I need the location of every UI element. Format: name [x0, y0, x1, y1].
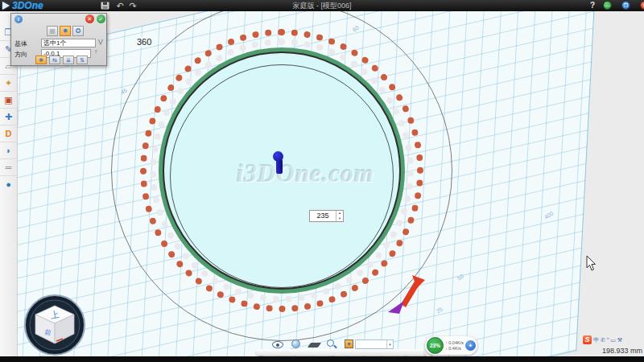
base-field[interactable]: 选中1个 [41, 39, 96, 47]
dialog-confirm-icon[interactable]: ✓ [97, 14, 105, 23]
watermark: i3DOne.com [237, 159, 374, 188]
measure-icon[interactable]: ═ [0, 159, 17, 176]
help-button[interactable]: ? [588, 0, 597, 11]
upload-arrow-icon: ↑ [445, 340, 448, 345]
taskbar-edge [0, 356, 644, 362]
ime-toolbox-icon[interactable]: ⚒ [617, 335, 622, 344]
download-arrow-icon: ↓ [445, 346, 448, 351]
logo-text: 3DOne [12, 0, 43, 11]
material-icon[interactable]: ● [0, 176, 17, 193]
revolve-dialog: i ✕ ✓ ▦ ✹ ✪ 基体 选中1个 ⋁ 方向 -0,0,1 ↑ ❋ ⇆ ⇊ … [10, 13, 107, 66]
deform-icon[interactable]: D [0, 125, 17, 142]
display-mode-icon[interactable] [291, 339, 300, 348]
dialog-tab-basic[interactable]: ▦ [47, 26, 58, 36]
memory-percent-badge[interactable]: 23% [427, 337, 444, 354]
flip-both-icon[interactable]: ⇅ [76, 56, 88, 64]
center-anchor-stem [276, 159, 283, 174]
undo-icon[interactable]: ↶ [114, 1, 126, 10]
logo-triangle-icon [2, 2, 10, 10]
dialog-tab-spiral[interactable]: ✪ [72, 26, 84, 36]
angle-spinner[interactable]: 235 ▲ ▼ [309, 210, 344, 222]
ime-toolbar[interactable]: S 中 ✆ ” ▭ ⚒ [583, 335, 622, 344]
rotation-direction-arrow[interactable] [385, 270, 433, 315]
ime-keyboard-icon[interactable]: ▭ [610, 335, 616, 344]
mouse-cursor [586, 255, 597, 271]
sogou-logo-icon[interactable]: S [583, 335, 592, 344]
base-expand-icon[interactable]: ⋁ [98, 39, 103, 45]
view-cube[interactable]: 上 前 [23, 293, 87, 356]
spinner-down-icon[interactable]: ▼ [336, 216, 343, 222]
swap-direction-icon[interactable]: ⇆ [49, 56, 60, 64]
zoom-magnifier-icon[interactable] [327, 339, 334, 347]
base-label: 基体 [14, 39, 39, 48]
download-speed: ↓ 0.4K/s [445, 346, 464, 352]
upload-speed: ↑ 0.04K/s [445, 340, 464, 346]
redo-icon[interactable]: ↷ [127, 1, 138, 10]
title-bar: 3DOne ↶ ↷ 家庭版 - [模型006] ? — ❐ ✕ [0, 0, 644, 11]
measurement-readout: 198.933 mm [596, 347, 642, 355]
dialog-tab-revolve[interactable]: ✹ [60, 26, 71, 36]
combine-icon[interactable]: ◗ [0, 142, 17, 159]
move-icon[interactable]: ✚ [0, 109, 17, 125]
speed-widget-action-icon[interactable]: ✦ [465, 340, 476, 351]
view-dropdown-value [356, 340, 386, 348]
bottom-shelf-bar[interactable] [256, 349, 428, 356]
cube-top-label: 上 [50, 309, 60, 320]
ime-lang-icon[interactable]: 中 [593, 335, 599, 344]
flip-down-icon[interactable]: ⇊ [63, 56, 74, 64]
feature-icon[interactable]: ▣ [0, 92, 17, 109]
window-title: 家庭版 - [模型006] [242, 0, 402, 11]
special-shape-icon[interactable]: ✦ [0, 75, 17, 92]
save-icon[interactable] [101, 2, 109, 10]
pattern-mode-icon[interactable]: ❋ [35, 56, 47, 64]
speed-rows: ↑ 0.04K/s ↓ 0.4K/s [445, 340, 464, 352]
speed-monitor-widget[interactable]: 23% ↑ 0.04K/s ↓ 0.4K/s ✦ [425, 336, 477, 355]
visibility-eye-icon[interactable] [272, 341, 283, 348]
info-icon: i [14, 15, 23, 23]
app-logo: 3DOne [2, 0, 43, 11]
dialog-close-icon[interactable]: ✕ [85, 14, 94, 23]
options-panel-icon[interactable]: ✦ [345, 339, 353, 348]
dimension-value-360: 360 [135, 37, 153, 47]
purple-arrow-head-icon [388, 301, 404, 314]
view-dropdown[interactable]: ▾ [355, 339, 394, 349]
maximize-button[interactable]: ❐ [621, 1, 630, 10]
close-button[interactable]: ✕ [640, 1, 644, 10]
direction-pick-icon[interactable]: ↑ [94, 48, 97, 56]
dropdown-arrow-icon[interactable]: ▾ [386, 340, 393, 348]
spinner-buttons[interactable]: ▲ ▼ [336, 211, 343, 221]
minimize-button[interactable]: — [603, 1, 612, 10]
angle-spinner-value[interactable]: 235 [310, 211, 336, 221]
ime-phone-icon[interactable]: ✆ [601, 335, 605, 344]
ime-punct-icon[interactable]: ” [607, 335, 609, 344]
